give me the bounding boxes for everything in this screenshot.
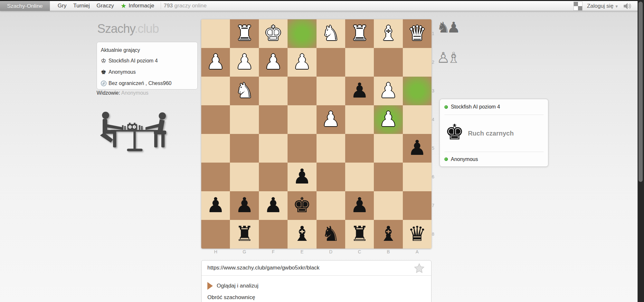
sound-icon[interactable]: [623, 2, 632, 10]
square-e8[interactable]: ♝: [288, 220, 316, 249]
square-a2[interactable]: [403, 48, 431, 77]
square-f6[interactable]: [259, 163, 288, 191]
square-c2[interactable]: [345, 48, 374, 77]
checkerboard-icon[interactable]: [573, 2, 582, 11]
square-d6[interactable]: [317, 163, 345, 191]
square-a7[interactable]: [403, 191, 431, 220]
square-a8[interactable]: ♛: [403, 220, 431, 249]
square-d5[interactable]: [317, 134, 345, 163]
square-g8[interactable]: ♜: [230, 220, 259, 249]
square-e3[interactable]: [288, 77, 316, 105]
square-a4[interactable]: [403, 105, 431, 134]
white-pawn-icon: ♟: [288, 48, 316, 77]
square-f3[interactable]: [259, 77, 288, 105]
square-a3[interactable]: [403, 77, 431, 105]
square-h8[interactable]: [201, 220, 230, 249]
white-player-row: ♔ Stockfish AI poziom 4: [101, 55, 194, 66]
square-h5[interactable]: [201, 134, 230, 163]
square-e4[interactable]: [288, 105, 316, 134]
rank-label-1: 1: [432, 19, 437, 48]
square-f4[interactable]: [259, 105, 288, 134]
square-g7[interactable]: ♟: [230, 191, 259, 220]
nav-item-graczy[interactable]: Graczy: [97, 3, 114, 9]
file-label-a: A: [403, 249, 431, 254]
square-a5[interactable]: ♟: [403, 134, 431, 163]
square-h2[interactable]: ♟: [201, 48, 230, 77]
square-c1[interactable]: ♜: [345, 19, 374, 48]
logo-primary: Szachy: [97, 22, 135, 35]
square-b3[interactable]: ♟: [374, 77, 402, 105]
rank-label-2: 2: [432, 48, 437, 77]
nav-item-informacje[interactable]: ★ Informacje: [121, 3, 154, 9]
square-c7[interactable]: ♟: [345, 191, 374, 220]
square-e1[interactable]: [288, 19, 316, 48]
square-g4[interactable]: [230, 105, 259, 134]
square-b2[interactable]: [374, 48, 402, 77]
square-b8[interactable]: ♝: [374, 220, 402, 249]
square-b1[interactable]: ♝: [374, 19, 402, 48]
square-h3[interactable]: [201, 77, 230, 105]
white-king-icon: ♚: [259, 19, 288, 48]
square-c3[interactable]: ♟: [345, 77, 374, 105]
nav-brand[interactable]: Szachy-Online: [0, 1, 50, 11]
square-e2[interactable]: ♟: [288, 48, 316, 77]
square-d8[interactable]: ♞: [317, 220, 345, 249]
black-pawn-icon: ♟: [403, 134, 431, 163]
square-e7[interactable]: ♚: [288, 191, 316, 220]
rank-label-8: 8: [432, 220, 437, 249]
square-g2[interactable]: ♟: [230, 48, 259, 77]
square-g6[interactable]: [230, 163, 259, 191]
square-d4[interactable]: ♟: [317, 105, 345, 134]
clock-icon: [101, 80, 107, 86]
square-g3[interactable]: ♞: [230, 77, 259, 105]
black-pawn-icon: ♟: [345, 191, 374, 220]
square-h4[interactable]: [201, 105, 230, 134]
turn-text: Ruch czarnych: [468, 130, 514, 137]
scrollbar-track[interactable]: [638, 0, 644, 302]
square-d7[interactable]: [317, 191, 345, 220]
square-g5[interactable]: [230, 134, 259, 163]
square-e5[interactable]: [288, 134, 316, 163]
square-b7[interactable]: [374, 191, 402, 220]
navbar: Szachy-Online GryTurniejGraczy ★ Informa…: [0, 1, 644, 11]
square-f8[interactable]: [259, 220, 288, 249]
square-c8[interactable]: ♜: [345, 220, 374, 249]
game-links-panel: https://www.szachy.club/game/gwbo5xkr/bl…: [201, 260, 431, 302]
favorite-star-icon[interactable]: [414, 263, 425, 273]
flip-board-link[interactable]: Obróć szachownicę: [207, 294, 431, 301]
nav-item-turniej[interactable]: Turniej: [73, 3, 90, 9]
square-b5[interactable]: [374, 134, 402, 163]
square-f5[interactable]: [259, 134, 288, 163]
nav-item-gry[interactable]: Gry: [58, 3, 66, 9]
watch-analyze-label: Oglądaj i analizuj: [217, 283, 258, 289]
square-d3[interactable]: [317, 77, 345, 105]
square-c6[interactable]: [345, 163, 374, 191]
square-b6[interactable]: [374, 163, 402, 191]
square-d2[interactable]: [317, 48, 345, 77]
square-a6[interactable]: [403, 163, 431, 191]
white-knight-icon: ♞: [317, 19, 345, 48]
square-f2[interactable]: ♟: [259, 48, 288, 77]
square-h7[interactable]: ♟: [201, 191, 230, 220]
game-status-panel: Stockfish AI poziom 4 ♚ Ruch czarnych An…: [440, 99, 548, 167]
square-h1[interactable]: [201, 19, 230, 48]
online-count: 793: [164, 3, 173, 9]
white-pawn-icon: ♟: [259, 48, 288, 77]
square-b4[interactable]: ♟: [374, 105, 402, 134]
watch-analyze-link[interactable]: Oglądaj i analizuj: [207, 282, 431, 290]
file-label-e: E: [288, 249, 316, 254]
square-f7[interactable]: ♟: [259, 191, 288, 220]
square-h6[interactable]: [201, 163, 230, 191]
square-d1[interactable]: ♞: [317, 19, 345, 48]
square-g1[interactable]: ♜: [230, 19, 259, 48]
login-label: Zaloguj się: [587, 3, 613, 9]
play-icon: [207, 282, 213, 290]
square-e6[interactable]: ♟: [288, 163, 316, 191]
square-c5[interactable]: [345, 134, 374, 163]
login-button[interactable]: Zaloguj się▼: [587, 3, 619, 9]
black-knight-icon: ♞: [317, 220, 345, 249]
square-f1[interactable]: ♚: [259, 19, 288, 48]
square-c4[interactable]: [345, 105, 374, 134]
scrollbar-thumb[interactable]: [639, 2, 643, 182]
square-a1[interactable]: ♛: [403, 19, 431, 48]
